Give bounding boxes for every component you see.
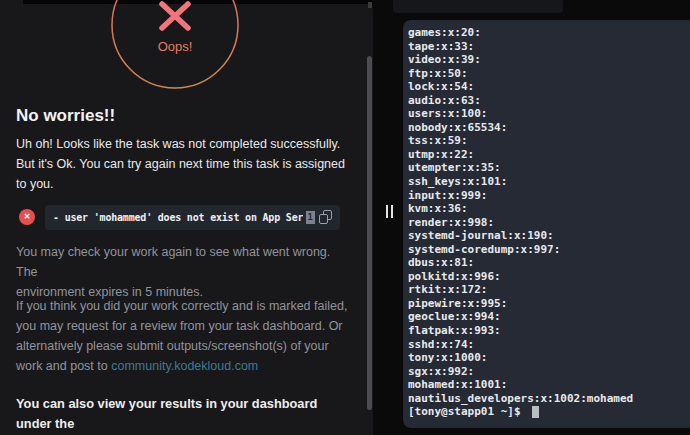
text-line: flatpak:x:993:	[408, 324, 690, 338]
error-message-box[interactable]: - user 'mohammed' does not exist on App …	[45, 205, 340, 230]
text-line: audio:x:63:	[408, 94, 690, 108]
terminal-window[interactable]: games:x:20:tape:x:33:video:x:39:ftp:x:50…	[403, 20, 690, 428]
splitter-handle-icon[interactable]	[386, 205, 393, 218]
text-line: tape:x:33:	[408, 40, 690, 54]
text-line: you may request for a review from your t…	[16, 316, 350, 336]
text-line: But it's Ok. You can try again next time…	[16, 154, 350, 174]
text-line: ssh_keys:x:101:	[408, 175, 690, 189]
text-line: You can also view your results in your d…	[16, 394, 350, 434]
text-line: alternatively please submit outputs/scre…	[16, 336, 350, 356]
check-work-text: You may check your work again to see wha…	[16, 242, 350, 302]
error-x-badge-icon: ✕	[19, 209, 35, 225]
text-line: users:x:100:	[408, 107, 690, 121]
panel-splitter[interactable]	[373, 0, 403, 435]
text-line: render:x:998:	[408, 216, 690, 230]
status-label: Oops!	[105, 39, 245, 54]
error-message-row: ✕ - user 'mohammed' does not exist on Ap…	[19, 204, 340, 230]
text-line: lock:x:54:	[408, 80, 690, 94]
terminal-cursor	[532, 406, 539, 418]
text-line: systemd-coredump:x:997:	[408, 243, 690, 257]
prompt-text: [tony@stapp01 ~]$	[408, 405, 527, 418]
text-line: You may check your work again to see wha…	[16, 242, 350, 282]
text-line: tss:x:59:	[408, 134, 690, 148]
review-instructions-tail: work and post to	[16, 359, 111, 373]
text-line: ftp:x:50:	[408, 67, 690, 81]
text-line: nobody:x:65534:	[408, 121, 690, 135]
screen: Oops! No worries!! Uh oh! Looks like the…	[0, 0, 690, 435]
text-line: mohamed:x:1001:	[408, 378, 690, 392]
text-line: Uh oh! Looks like the task was not compl…	[16, 134, 350, 154]
review-instructions-text: If you think you did your work correctly…	[16, 296, 350, 376]
left-panel-scrollbar[interactable]	[367, 56, 372, 410]
text-line: tony:x:1000:	[408, 351, 690, 365]
text-line: polkitd:x:996:	[408, 270, 690, 284]
text-line: If you think you did your work correctly…	[16, 296, 350, 316]
text-line: kvm:x:36:	[408, 202, 690, 216]
error-scroll-indicator: 1	[306, 211, 315, 224]
text-line: utmp:x:22:	[408, 148, 690, 162]
terminal-output: games:x:20:tape:x:33:video:x:39:ftp:x:50…	[408, 26, 690, 405]
text-line: sgx:x:992:	[408, 365, 690, 379]
text-line: video:x:39:	[408, 53, 690, 67]
text-line: input:x:999:	[408, 189, 690, 203]
text-line: rtkit:x:172:	[408, 283, 690, 297]
text-line: systemd-journal:x:190:	[408, 229, 690, 243]
text-line: games:x:20:	[408, 26, 690, 40]
text-line: utempter:x:35:	[408, 161, 690, 175]
text-line: sshd:x:74:	[408, 338, 690, 352]
result-summary-text: Uh oh! Looks like the task was not compl…	[16, 134, 350, 194]
error-x-icon	[162, 4, 188, 28]
terminal-panel: games:x:20:tape:x:33:video:x:39:ftp:x:50…	[403, 0, 690, 435]
result-panel: Oops! No worries!! Uh oh! Looks like the…	[0, 0, 373, 435]
text-line: geoclue:x:994:	[408, 310, 690, 324]
terminal-prompt: [tony@stapp01 ~]$	[408, 405, 690, 419]
terminal-tab[interactable]	[393, 0, 563, 13]
copy-button[interactable]	[315, 208, 335, 226]
text-line: nautilus_developers:x:1002:mohamed	[408, 392, 690, 406]
community-link[interactable]: community.kodekloud.com	[111, 359, 258, 373]
scrollbar-up-arrow[interactable]	[368, 2, 372, 8]
text-line: to you.	[16, 174, 350, 194]
dashboard-note-text: You can also view your results in your d…	[16, 394, 350, 435]
text-line: dbus:x:81:	[408, 256, 690, 270]
error-message-text: - user 'mohammed' does not exist on App …	[53, 212, 303, 223]
page-title: No worries!!	[16, 106, 356, 126]
text-line: pipewire:x:995:	[408, 297, 690, 311]
